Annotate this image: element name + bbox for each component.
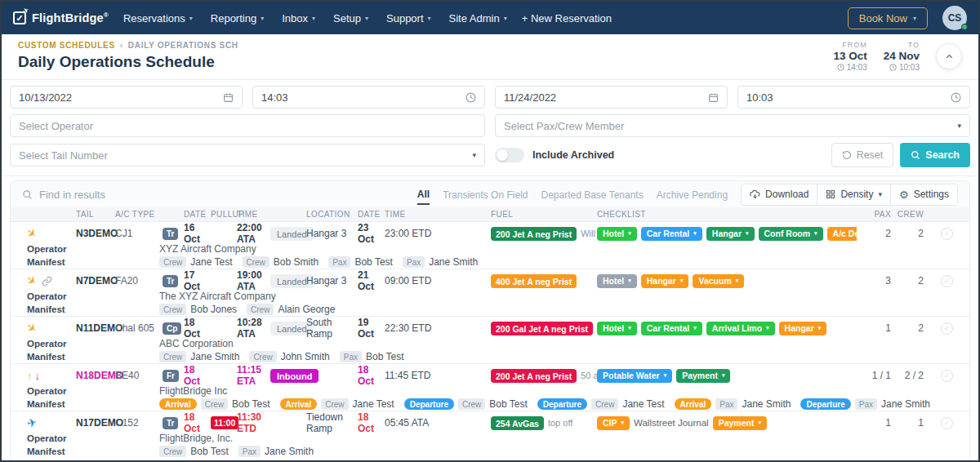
nav-menu-item[interactable]: Support ▾ xyxy=(386,12,431,24)
include-archived-label: Include Archived xyxy=(532,149,614,161)
complete-check-icon[interactable]: ✓ xyxy=(941,228,953,240)
paxcrew-select[interactable]: Select Pax/Crew Member ▾ xyxy=(495,114,970,137)
flight-row: ✈ N3DEMO CJ1 Tr 16 Oct 22:00 ATA Landed … xyxy=(11,222,969,269)
col-time-arr[interactable]: TIME xyxy=(237,210,270,219)
results-tab[interactable]: Departed Base Tenants xyxy=(541,184,643,204)
operator-select[interactable]: Select Operator xyxy=(10,114,485,137)
download-button[interactable]: Download xyxy=(742,184,817,205)
results-tab[interactable]: Transients On Field xyxy=(443,184,528,204)
calendar-icon xyxy=(223,92,234,103)
col-actype[interactable]: A/C TYPE xyxy=(115,210,163,219)
checklist-item-dropdown[interactable]: Hotel▾ xyxy=(597,227,637,241)
location: South Ramp xyxy=(306,317,358,340)
arrival-date: 18 Oct xyxy=(184,317,211,340)
nav-menu-item[interactable]: Setup ▾ xyxy=(333,12,368,24)
fuel-order-badge[interactable]: 254 AvGas xyxy=(491,416,544,430)
col-checklist[interactable]: CHECKLIST xyxy=(597,210,857,219)
density-button[interactable]: Density ▾ xyxy=(817,184,890,205)
end-date-input[interactable]: 11/24/2022 xyxy=(495,86,728,109)
start-time-input[interactable]: 14:03 xyxy=(252,86,485,109)
complete-check-icon[interactable]: ✓ xyxy=(941,370,953,382)
fuel-cell: 200 Jet A neg PristWill Advise xyxy=(491,228,597,239)
col-date-dep[interactable]: DATE xyxy=(358,210,385,219)
book-now-button[interactable]: Book Now ▾ xyxy=(848,7,928,29)
col-fuel[interactable]: FUEL xyxy=(491,210,597,219)
col-pax[interactable]: PAX xyxy=(857,210,891,219)
handler-type-badge: Tr xyxy=(163,417,178,429)
flightbridge-logo[interactable]: ✓ ✈ FlightBridge® xyxy=(13,11,109,24)
col-pullup[interactable]: PULLUP xyxy=(211,210,237,219)
tail-number-link[interactable]: N11DEMO xyxy=(76,322,115,334)
new-reservation-link[interactable]: + New Reservation xyxy=(522,12,612,24)
flight-main-row: ↑↓ N18DEMO BE40 Fr 18 Oct 11:15 ETA Inbo… xyxy=(11,364,969,384)
operator-name: The XYZ Aircraft Company xyxy=(159,291,953,302)
col-time-dep[interactable]: TIME xyxy=(385,210,491,219)
search-icon xyxy=(22,189,33,200)
checklist-item-dropdown[interactable]: Hotel▾ xyxy=(597,322,637,335)
tail-number-link[interactable]: N3DEMO xyxy=(76,228,115,239)
collapse-panel-button[interactable] xyxy=(936,43,962,69)
checklist-item-dropdown[interactable]: Car Rental▾ xyxy=(641,227,702,241)
checklist-item-dropdown[interactable]: A/c Detailing▾ xyxy=(827,227,857,241)
tail-number-link[interactable]: N18DEMO xyxy=(76,370,115,381)
complete-check-icon[interactable]: ✓ xyxy=(941,275,953,287)
checklist-item-dropdown[interactable]: CIP▾ xyxy=(597,416,630,430)
checklist-item-dropdown[interactable]: Hangar▾ xyxy=(706,227,755,241)
manifest-person: ArrivalCrewBob Test xyxy=(159,398,270,410)
complete-check-icon[interactable]: ✓ xyxy=(941,322,953,335)
aircraft-type: C152 xyxy=(115,417,163,429)
user-avatar[interactable]: CS xyxy=(942,6,967,30)
reset-button[interactable]: Reset xyxy=(831,143,894,167)
end-time-input[interactable]: 10:03 xyxy=(737,86,970,109)
manifest-person: ArrivalPaxJane Smith xyxy=(675,398,791,410)
checklist-item-dropdown[interactable]: Payment▾ xyxy=(676,369,730,383)
include-archived-toggle[interactable] xyxy=(495,148,524,162)
pax-count: 1 / 1 xyxy=(857,370,891,381)
fuel-order-badge[interactable]: 400 Jet A neg Prist xyxy=(491,274,577,288)
linked-reservation-icon[interactable] xyxy=(42,276,52,287)
tail-number-link[interactable]: N17DEMO xyxy=(76,417,115,429)
find-input[interactable]: Find in results xyxy=(22,189,404,201)
results-tab[interactable]: Archive Pending xyxy=(657,184,728,204)
col-date-arr[interactable]: DATE xyxy=(184,210,211,219)
role-chip: Pax xyxy=(715,398,737,410)
nav-menu-item[interactable]: Reservations ▾ xyxy=(123,12,193,24)
checklist-item-dropdown[interactable]: Car Rental▾ xyxy=(641,322,702,335)
checklist-item-dropdown[interactable]: Vacuum▾ xyxy=(693,274,744,288)
breadcrumb-custom-schedules[interactable]: CUSTOM SCHEDULES xyxy=(18,41,115,50)
fuel-order-badge[interactable]: 200 Jet A neg Prist xyxy=(491,227,577,241)
tail-number-link[interactable]: N7DEMO xyxy=(76,275,115,287)
checklist-item-dropdown[interactable]: Payment▾ xyxy=(713,416,767,430)
results-tabs: All Transients On Field Departed Base Te… xyxy=(417,184,728,205)
results-tab[interactable]: All xyxy=(417,184,430,205)
settings-button[interactable]: ⚙ Settings xyxy=(890,184,957,205)
role-chip: Crew xyxy=(321,398,348,410)
checklist-item-dropdown[interactable]: Hangar▾ xyxy=(779,322,827,335)
nav-menu-item[interactable]: Site Admin ▾ xyxy=(449,12,507,24)
fuel-order-badge[interactable]: 200 Gal Jet A neg Prist xyxy=(491,322,593,335)
tail-select[interactable]: Select Tail Number ▾ xyxy=(10,144,485,167)
chevron-down-icon: ▾ xyxy=(365,15,368,22)
role-chip: Pax xyxy=(340,351,362,362)
nav-menu-item[interactable]: Reporting ▾ xyxy=(211,12,264,24)
fuel-order-badge[interactable]: 200 Jet A neg Prist xyxy=(491,369,577,383)
checklist-item-dropdown[interactable]: Conf Room▾ xyxy=(759,227,823,241)
nav-menu-item[interactable]: Inbox ▾ xyxy=(282,12,315,24)
checklist-item-dropdown[interactable]: Potable Water▾ xyxy=(597,369,672,383)
checklist-item-dropdown[interactable]: Arrival Limo▾ xyxy=(706,322,775,335)
complete-check-icon[interactable]: ✓ xyxy=(941,417,953,429)
col-tail[interactable]: TAIL xyxy=(76,210,115,219)
col-location[interactable]: LOCATION xyxy=(306,210,358,219)
calendar-icon xyxy=(708,92,719,103)
brand-name: FlightBridge® xyxy=(32,11,109,24)
col-crew[interactable]: CREW xyxy=(891,210,924,219)
checklist-item-dropdown[interactable]: Hangar▾ xyxy=(641,274,689,288)
chevron-down-icon: ▾ xyxy=(746,230,749,237)
start-date-input[interactable]: 10/13/2022 xyxy=(10,86,243,109)
checklist-item-dropdown[interactable]: Hotel▾ xyxy=(597,274,637,288)
pax-count: 3 xyxy=(857,275,891,287)
operator-row: Operator FlightBridge Inc xyxy=(11,384,969,398)
person-name: Bob Test xyxy=(190,446,228,457)
search-button[interactable]: Search xyxy=(900,143,970,167)
flight-row: ↑↓ N18DEMO BE40 Fr 18 Oct 11:15 ETA Inbo… xyxy=(11,364,969,411)
